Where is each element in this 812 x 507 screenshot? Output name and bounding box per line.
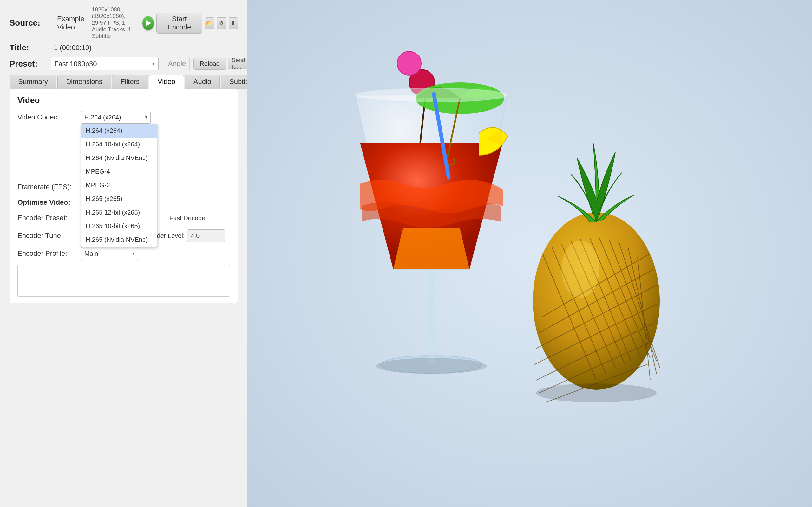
- send-to-queue-icon[interactable]: Send to...: [228, 58, 249, 69]
- codec-select-wrapper: H.264 (x264) H.264 (x264)H.264 10-bit (x…: [81, 111, 151, 124]
- source-label: Source:: [9, 18, 51, 28]
- tab-video[interactable]: Video: [149, 75, 184, 89]
- content-panel: Video Video Codec: H.264 (x264) H.264 (x…: [9, 89, 238, 303]
- encoder-preset-label: Encoder Preset:: [17, 214, 81, 222]
- preset-select-wrapper: Fast 1080p30: [51, 57, 159, 70]
- codec-dropdown-item-1[interactable]: H.264 10-bit (x264): [81, 137, 157, 151]
- svg-point-30: [536, 383, 657, 402]
- encoder-level-input[interactable]: [187, 229, 225, 242]
- svg-point-31: [376, 358, 487, 374]
- fast-decode-checkbox-row: Fast Decode: [161, 215, 205, 222]
- codec-dropdown-item-3[interactable]: MPEG-4: [81, 165, 157, 178]
- settings-icon[interactable]: ⚙: [217, 17, 226, 29]
- fast-decode-row: Fast Decode: [161, 215, 205, 222]
- svg-rect-0: [247, 0, 812, 507]
- codec-dropdown: H.264 (x264)H.264 10-bit (x264)H.264 (Nv…: [81, 124, 157, 247]
- codec-dropdown-item-7[interactable]: H.265 10-bit (x265): [81, 219, 157, 233]
- encoder-profile-select[interactable]: Main: [81, 247, 138, 260]
- pause-icon[interactable]: ⏸: [229, 17, 238, 29]
- title-label: Title:: [9, 43, 51, 53]
- optimise-label: Optimise Video:: [17, 199, 81, 207]
- reload-button[interactable]: Reload: [194, 58, 225, 70]
- svg-rect-2: [428, 269, 435, 364]
- title-value: 1 (00:00:10): [54, 44, 92, 52]
- fast-decode-label: Fast Decode: [169, 215, 205, 222]
- decorative-image: [247, 0, 812, 507]
- encoder-profile-select-wrapper: Main: [81, 247, 138, 260]
- codec-dropdown-item-6[interactable]: H.265 12-bit (x265): [81, 206, 157, 219]
- svg-point-5: [397, 51, 421, 75]
- angle-label: Angle:: [168, 60, 188, 68]
- tab-summary[interactable]: Summary: [9, 75, 56, 89]
- codec-dropdown-item-8[interactable]: H.265 (Nvidia NVEnc): [81, 233, 157, 246]
- encoder-profile-row: Encoder Profile: Main: [17, 247, 230, 260]
- codec-select[interactable]: H.264 (x264): [81, 111, 151, 124]
- title-row: Title: 1 (00:00:10): [9, 43, 238, 53]
- preset-select[interactable]: Fast 1080p30: [51, 57, 159, 70]
- tab-filters[interactable]: Filters: [112, 75, 148, 89]
- preset-label: Preset:: [9, 59, 51, 69]
- svg-point-29: [561, 241, 600, 298]
- source-value: Example Video: [57, 15, 84, 32]
- tab-dimensions[interactable]: Dimensions: [57, 75, 111, 89]
- start-encode-button[interactable]: Start Encode: [156, 13, 202, 34]
- encoder-tune-label: Encoder Tune:: [17, 232, 81, 240]
- codec-dropdown-item-2[interactable]: H.264 (Nvidia NVEnc): [81, 151, 157, 165]
- svg-point-8: [355, 88, 507, 102]
- tab-audio[interactable]: Audio: [185, 75, 220, 89]
- source-meta: 1920x1080 (1920x1080), 29.97 FPS, 1 Audi…: [92, 6, 140, 40]
- codec-dropdown-item-5[interactable]: H.265 (x265): [81, 192, 157, 206]
- fast-decode-checkbox[interactable]: [161, 215, 167, 221]
- codec-dropdown-item-4[interactable]: MPEG-2: [81, 178, 157, 192]
- codec-dropdown-item-0[interactable]: H.264 (x264): [81, 124, 157, 137]
- advanced-options-area[interactable]: [17, 265, 230, 297]
- video-section-title: Video: [17, 95, 230, 105]
- codec-label: Video Codec:: [17, 113, 81, 121]
- right-panel: [247, 0, 812, 507]
- encoder-profile-label: Encoder Profile:: [17, 249, 81, 258]
- preset-row: Preset: Fast 1080p30 Angle: Reload Send …: [9, 57, 238, 70]
- source-row: Source: Example Video 1920x1080 (1920x10…: [9, 6, 238, 40]
- codec-row: Video Codec: H.264 (x264) H.264 (x264)H.…: [17, 111, 230, 124]
- tabs-row: Summary Dimensions Filters Video Audio S…: [9, 75, 238, 89]
- angle-input: [189, 57, 190, 70]
- play-button[interactable]: [142, 16, 154, 30]
- framerate-label: Framerate (FPS):: [17, 183, 81, 191]
- open-source-icon[interactable]: 📂: [205, 17, 214, 29]
